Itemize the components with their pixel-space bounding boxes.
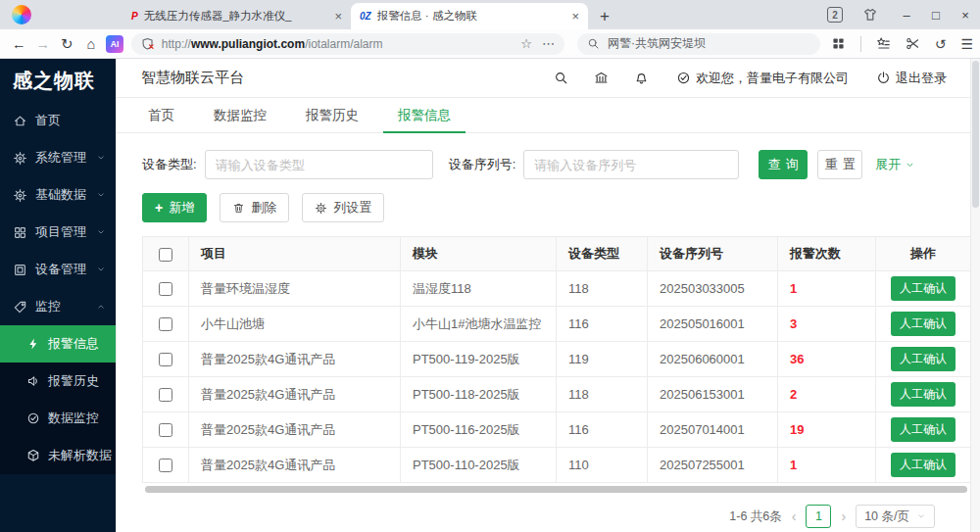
cell-module: PT500-116-2025版 <box>401 412 557 448</box>
apps-grid-icon[interactable] <box>831 36 846 51</box>
new-tab-button[interactable]: + <box>600 8 610 24</box>
ai-assistant-icon[interactable]: AI <box>106 35 123 53</box>
reload-button[interactable]: ↻ <box>55 36 79 52</box>
row-checkbox[interactable] <box>159 282 172 296</box>
row-checkbox[interactable] <box>159 388 172 402</box>
back-button[interactable]: ← <box>7 36 31 52</box>
delete-button[interactable]: 删除 <box>220 193 289 222</box>
page-actions-icon[interactable]: ⋯ <box>542 36 555 51</box>
cell-device-type: 116 <box>557 412 648 448</box>
sidebar-subitem-data-monitor[interactable]: 数据监控 <box>0 400 116 437</box>
browser-tab-sensor-site[interactable]: P 无线压力传感器_静力水准仪_ × <box>122 3 351 29</box>
sidebar-subitem-label: 数据监控 <box>48 410 99 427</box>
manual-confirm-button[interactable]: 人工确认 <box>891 453 956 477</box>
table-row: 普量2025款4G通讯产品 PT500-118-2025版 118 202506… <box>143 377 971 412</box>
reset-button[interactable]: 重置 <box>817 150 862 179</box>
window-maximize-button[interactable]: □ <box>921 8 951 23</box>
device-type-input[interactable] <box>205 150 433 179</box>
page-size-select[interactable]: 10 条/页 <box>856 505 935 528</box>
tab-close-icon[interactable]: × <box>334 9 342 24</box>
chevron-icon <box>96 302 106 312</box>
sidebar-item-base-data[interactable]: 基础数据 <box>0 176 116 214</box>
row-checkbox[interactable] <box>159 317 172 331</box>
alarm-count-value: 36 <box>790 352 804 366</box>
sidebar-item-label: 设备管理 <box>35 261 86 278</box>
logout-button[interactable]: 退出登录 <box>876 70 947 87</box>
table-row: 普量2025款4G通讯产品 PT500-119-2025版 119 202506… <box>143 342 971 377</box>
sidebar-subitem-icon <box>26 411 40 425</box>
tab-count-badge[interactable]: 2 <box>827 7 843 23</box>
bookmark-star-icon[interactable]: ☆ <box>520 36 532 51</box>
prev-page-button[interactable]: ‹ <box>790 508 799 524</box>
sidebar-subitem-unparsed-data[interactable]: 未解析数据 <box>0 437 116 474</box>
sidebar-subitem-alarm-info[interactable]: 报警信息 <box>0 325 116 363</box>
page-tab-label: 报警信息 <box>398 107 451 124</box>
expand-toggle[interactable]: 展开 <box>875 156 915 173</box>
menu-hamburger-icon[interactable]: ☰ <box>960 36 973 52</box>
manual-confirm-button[interactable]: 人工确认 <box>891 312 956 336</box>
cell-device-type: 118 <box>557 377 648 412</box>
cell-module: PT500-118-2025版 <box>401 377 557 412</box>
query-button[interactable]: 查询 <box>759 150 808 179</box>
notification-bell-icon[interactable] <box>634 71 649 85</box>
next-page-button[interactable]: › <box>839 508 848 524</box>
cell-module: PT500-110-2025版 <box>401 448 557 483</box>
page-number-button[interactable]: 1 <box>806 505 831 528</box>
add-button[interactable]: + 新增 <box>142 193 207 222</box>
search-bar[interactable]: 网警·共筑网安堤坝 <box>577 33 820 55</box>
logout-label: 退出登录 <box>896 70 947 87</box>
sidebar-subitem-label: 报警历史 <box>48 372 99 390</box>
window-minimize-button[interactable]: – <box>892 8 921 23</box>
manual-confirm-button[interactable]: 人工确认 <box>891 276 956 301</box>
user-welcome[interactable]: 欢迎您，普量电子有限公司 <box>676 70 849 87</box>
sidebar-item-device-mgmt[interactable]: 设备管理 <box>0 251 116 288</box>
tab-close-icon[interactable]: × <box>571 9 579 24</box>
manual-confirm-button[interactable]: 人工确认 <box>891 382 956 407</box>
header-search-icon[interactable] <box>554 71 568 85</box>
undo-icon[interactable]: ↺ <box>935 36 947 52</box>
forward-button[interactable]: → <box>31 36 56 52</box>
sidebar-subitem-alarm-history[interactable]: 报警历史 <box>0 363 116 400</box>
firefox-view-icon[interactable] <box>862 7 878 23</box>
organization-icon[interactable] <box>594 71 609 85</box>
site-security-shield-icon[interactable] <box>141 37 155 51</box>
sidebar-item-project-mgmt[interactable]: 项目管理 <box>0 214 116 251</box>
tab-alarm-info[interactable]: 报警信息 <box>383 98 466 132</box>
cell-serial: 202505016001 <box>648 307 778 342</box>
row-checkbox[interactable] <box>159 353 172 366</box>
tab-home[interactable]: 首页 <box>133 98 189 132</box>
cell-serial: 202507014001 <box>648 412 778 448</box>
plus-icon: + <box>155 201 163 215</box>
row-checkbox[interactable] <box>159 423 172 437</box>
tab-favicon: 0Z <box>360 11 371 22</box>
window-close-button[interactable]: × <box>951 8 980 23</box>
column-settings-button[interactable]: 列设置 <box>302 193 384 222</box>
sidebar-item-icon <box>13 188 27 203</box>
serial-input[interactable] <box>523 150 739 179</box>
row-checkbox[interactable] <box>159 459 172 472</box>
home-button[interactable]: ⌂ <box>79 36 104 52</box>
sidebar-item-system-mgmt[interactable]: 系统管理 <box>0 139 116 176</box>
sidebar-item-home[interactable]: 首页 <box>0 102 116 139</box>
alarm-count-value: 1 <box>790 281 797 296</box>
search-icon <box>587 37 600 50</box>
alarm-table: 项目 模块 设备类型 设备序列号 报警次数 操作 普量环境温湿度 温湿度118 … <box>142 236 970 483</box>
horizontal-scrollbar-thumb[interactable] <box>145 486 967 493</box>
tab-data-monitor[interactable]: 数据监控 <box>199 98 281 132</box>
cell-project: 普量2025款4G通讯产品 <box>189 448 401 483</box>
page-scrollbar[interactable] <box>970 59 980 532</box>
sidebar-subitem-icon <box>26 337 40 351</box>
col-device-type: 设备类型 <box>557 237 648 271</box>
select-all-checkbox[interactable] <box>159 248 172 262</box>
bookmarks-menu-icon[interactable] <box>876 36 891 51</box>
page-scrollbar-thumb[interactable] <box>972 61 979 208</box>
manual-confirm-button[interactable]: 人工确认 <box>891 417 956 442</box>
sidebar-item-label: 监控 <box>35 298 61 315</box>
address-bar[interactable]: http://www.puliangiot.com/iotalarm/alarm… <box>131 33 564 55</box>
sidebar-item-monitor[interactable]: 监控 <box>0 288 116 325</box>
manual-confirm-button[interactable]: 人工确认 <box>891 347 956 371</box>
screenshot-scissors-icon[interactable] <box>906 36 920 51</box>
browser-tab-alarm-info[interactable]: 0Z 报警信息 · 感之物联 × <box>351 3 588 29</box>
horizontal-scrollbar[interactable] <box>142 486 970 493</box>
tab-alarm-history[interactable]: 报警历史 <box>291 98 373 132</box>
